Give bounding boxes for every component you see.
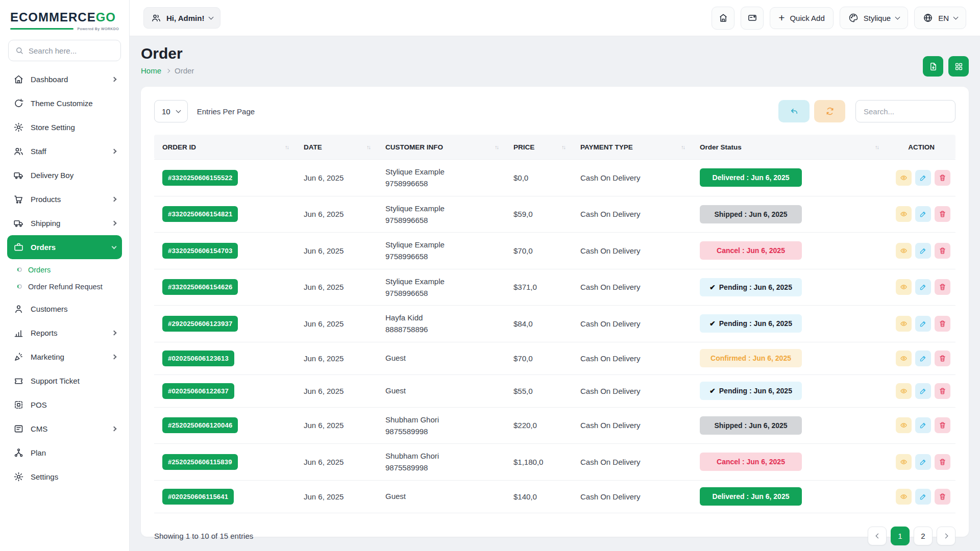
edit-order-button[interactable] <box>915 206 931 222</box>
table-search-input[interactable] <box>855 100 955 122</box>
table-header-cell[interactable]: PAYMENT TYPE ↑↓ <box>572 143 692 151</box>
delete-order-button[interactable] <box>935 170 950 186</box>
edit-order-button[interactable] <box>915 383 931 399</box>
delete-order-button[interactable] <box>935 454 950 470</box>
delete-order-button[interactable] <box>935 350 950 366</box>
order-id-badge[interactable]: #3320250606154626 <box>162 279 238 295</box>
table-header-cell[interactable]: ACTION ↑↓ <box>886 143 955 151</box>
order-id-badge[interactable]: #2920250606123937 <box>162 316 238 332</box>
sidebar-item[interactable]: Plan <box>7 441 122 465</box>
view-order-button[interactable] <box>896 350 912 366</box>
storefront-button[interactable] <box>712 7 734 30</box>
sidebar-item[interactable]: Delivery Boy <box>7 163 122 187</box>
table-header-cell[interactable]: PRICE ↑↓ <box>505 143 572 151</box>
edit-order-button[interactable] <box>915 170 931 186</box>
pagination-prev-button[interactable] <box>868 527 887 545</box>
sidebar-item-label: Settings <box>31 472 58 481</box>
quick-add-button[interactable]: + Quick Add <box>770 7 834 29</box>
sort-icon[interactable]: ↑↓ <box>561 144 565 150</box>
view-order-button[interactable] <box>896 170 912 186</box>
order-status-label: Pending : Jun 6, 2025 <box>719 319 792 328</box>
view-order-button[interactable] <box>896 454 912 470</box>
order-id-badge[interactable]: #3320250606154821 <box>162 206 238 222</box>
edit-order-button[interactable] <box>915 489 931 505</box>
refresh-button[interactable] <box>814 100 845 122</box>
export-orders-button[interactable] <box>923 56 943 77</box>
edit-order-button[interactable] <box>915 279 931 295</box>
sidebar-item[interactable]: Products <box>7 187 122 211</box>
theme-select-button[interactable]: Stylique <box>840 7 908 29</box>
order-id-badge[interactable]: #3320250606154703 <box>162 243 238 259</box>
sort-icon[interactable]: ↑↓ <box>495 144 498 150</box>
mail-button[interactable] <box>741 7 764 30</box>
order-id-badge[interactable]: #020250606115641 <box>162 489 234 505</box>
sidebar-item[interactable]: POS <box>7 393 122 417</box>
delete-order-button[interactable] <box>935 489 950 505</box>
table-header-cell[interactable]: ORDER ID ↑↓ <box>154 143 296 151</box>
sidebar-item[interactable]: Reports <box>7 321 122 345</box>
edit-order-button[interactable] <box>915 316 931 332</box>
edit-order-button[interactable] <box>915 243 931 259</box>
sidebar-item[interactable]: Orders <box>7 235 122 259</box>
sidebar-item[interactable]: Marketing <box>7 345 122 369</box>
sort-icon[interactable]: ↑↓ <box>875 144 878 150</box>
sidebar-item[interactable]: Shipping <box>7 211 122 235</box>
admin-menu-button[interactable]: Hi, Admin! <box>143 7 220 29</box>
delete-order-button[interactable] <box>935 243 950 259</box>
sidebar-item-icon <box>13 447 24 458</box>
view-order-button[interactable] <box>896 243 912 259</box>
sidebar-item[interactable]: Staff <box>7 139 122 163</box>
undo-button[interactable] <box>778 100 810 122</box>
customer-info: Guest <box>377 490 505 502</box>
delete-order-button[interactable] <box>935 316 950 332</box>
sidebar-item[interactable]: Store Setting <box>7 115 122 139</box>
order-date: Jun 6, 2025 <box>296 492 377 501</box>
table-header-cell[interactable]: DATE ↑↓ <box>296 143 377 151</box>
order-id-badge[interactable]: #020250606123613 <box>162 350 234 366</box>
pagination-next-button[interactable] <box>937 527 955 545</box>
sidebar-item[interactable]: CMS <box>7 417 122 441</box>
delete-order-button[interactable] <box>935 206 950 222</box>
delete-order-button[interactable] <box>935 417 950 433</box>
table-header-cell[interactable]: Order Status ↑↓ <box>692 143 886 151</box>
sidebar-item[interactable]: Customers <box>7 297 122 321</box>
grid-view-button[interactable] <box>948 56 969 77</box>
sort-icon[interactable]: ↑↓ <box>366 144 370 150</box>
order-id-badge[interactable]: #3320250606155522 <box>162 170 238 186</box>
pencil-icon <box>919 320 927 328</box>
delete-order-button[interactable] <box>935 279 950 295</box>
language-select-button[interactable]: EN <box>914 7 966 29</box>
view-order-button[interactable] <box>896 206 912 222</box>
sidebar-item-icon <box>13 218 24 229</box>
pagination-page-button[interactable]: 2 <box>914 527 933 545</box>
sort-icon[interactable]: ↑↓ <box>681 144 684 150</box>
sort-icon[interactable]: ↑↓ <box>285 144 288 150</box>
customer-name: Guest <box>385 490 498 502</box>
sidebar-item[interactable]: Settings <box>7 465 122 489</box>
order-id-badge[interactable]: #2520250606120046 <box>162 417 238 433</box>
edit-order-button[interactable] <box>915 454 931 470</box>
edit-order-button[interactable] <box>915 350 931 366</box>
view-order-button[interactable] <box>896 279 912 295</box>
order-id-badge[interactable]: #2520250606115839 <box>162 454 238 470</box>
sidebar-subitem[interactable]: Order Refund Request <box>14 278 122 295</box>
order-status-badge: Shipped : Jun 6, 2025 <box>700 416 802 435</box>
entries-per-page-select[interactable]: 10 <box>154 100 188 122</box>
order-id-badge[interactable]: #020250606122637 <box>162 383 234 399</box>
view-order-button[interactable] <box>896 316 912 332</box>
breadcrumb-home-link[interactable]: Home <box>141 66 161 75</box>
view-order-button[interactable] <box>896 383 912 399</box>
sidebar-item[interactable]: Dashboard <box>7 67 122 91</box>
view-order-button[interactable] <box>896 417 912 433</box>
pagination-page-button[interactable]: 1 <box>891 527 910 545</box>
trash-icon <box>939 320 946 328</box>
table-header-cell[interactable]: CUSTOMER INFO ↑↓ <box>377 143 505 151</box>
view-order-button[interactable] <box>896 489 912 505</box>
sidebar-search-input[interactable] <box>29 46 114 55</box>
sidebar-item[interactable]: Theme Customize <box>7 91 122 115</box>
sidebar-item[interactable]: Support Ticket <box>7 369 122 393</box>
sidebar-subitem[interactable]: Orders <box>14 261 122 278</box>
edit-order-button[interactable] <box>915 417 931 433</box>
sidebar-item-icon <box>13 74 24 85</box>
delete-order-button[interactable] <box>935 383 950 399</box>
